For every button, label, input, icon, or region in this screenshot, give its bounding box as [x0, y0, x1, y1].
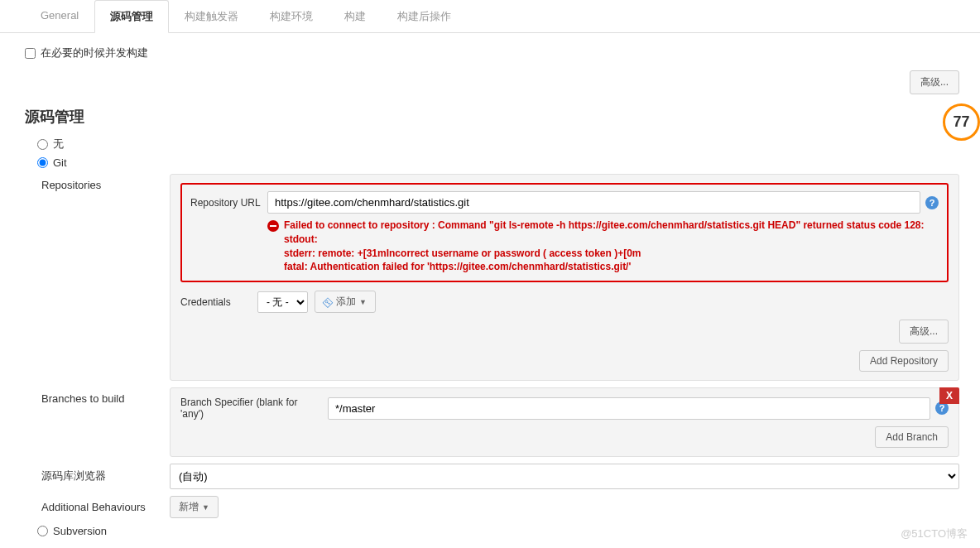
concurrent-build-checkbox[interactable] [25, 48, 36, 59]
scm-git-radio[interactable] [37, 157, 48, 168]
add-repository-button[interactable]: Add Repository [859, 350, 949, 372]
section-title-scm: 源码管理 [25, 107, 959, 127]
branches-panel: X Branch Specifier (blank for 'any') ? A… [170, 387, 959, 457]
help-icon[interactable]: ? [925, 196, 939, 209]
tab-general[interactable]: General [25, 0, 94, 32]
add-credentials-button[interactable]: ⚿ 添加 ▼ [315, 291, 376, 313]
chevron-down-icon: ▼ [359, 298, 367, 306]
key-icon: ⚿ [321, 296, 334, 309]
credentials-select[interactable]: - 无 - [257, 291, 308, 313]
repo-url-label: Repository URL [190, 197, 261, 209]
config-tabs: General 源码管理 构建触发器 构建环境 构建 构建后操作 [0, 0, 980, 33]
repositories-panel: Repository URL ? Failed to connect to re… [170, 174, 959, 381]
tab-scm[interactable]: 源码管理 [94, 0, 169, 33]
behaviours-label: Additional Behaviours [41, 496, 170, 513]
error-icon [267, 220, 279, 232]
repo-error-text: Failed to connect to repository : Comman… [284, 219, 925, 274]
tab-environment[interactable]: 构建环境 [254, 0, 329, 32]
score-badge: 77 [943, 103, 980, 141]
credentials-label: Credentials [180, 296, 251, 308]
watermark: @51CTO博客 [901, 526, 968, 541]
repo-advanced-button[interactable]: 高级... [899, 320, 949, 344]
add-branch-button[interactable]: Add Branch [875, 426, 949, 448]
repo-browser-select[interactable]: (自动) [170, 464, 959, 489]
scm-git-label: Git [53, 156, 67, 169]
repo-error-outline: Repository URL ? Failed to connect to re… [180, 183, 949, 282]
tab-postbuild[interactable]: 构建后操作 [382, 0, 467, 32]
repo-url-input[interactable] [267, 191, 920, 214]
scm-none-radio[interactable] [37, 139, 48, 150]
concurrent-build-label: 在必要的时候并发构建 [41, 46, 148, 60]
scm-none-label: 无 [53, 137, 64, 151]
close-icon[interactable]: X [939, 387, 959, 404]
scm-subversion-radio[interactable] [37, 526, 48, 536]
tab-build[interactable]: 构建 [329, 0, 382, 32]
content-area: 在必要的时候并发构建 高级... 源码管理 无 Git Repositories… [0, 33, 980, 548]
chevron-down-icon: ▼ [202, 503, 209, 512]
branches-label: Branches to build [41, 387, 170, 405]
repositories-label: Repositories [41, 174, 170, 191]
advanced-button[interactable]: 高级... [910, 70, 959, 94]
tab-triggers[interactable]: 构建触发器 [169, 0, 254, 32]
add-behaviour-button[interactable]: 新增 ▼ [170, 496, 219, 518]
scm-subversion-label: Subversion [53, 525, 107, 537]
branch-specifier-label: Branch Specifier (blank for 'any') [180, 397, 321, 420]
branch-specifier-input[interactable] [328, 397, 930, 420]
browser-label: 源码库浏览器 [41, 464, 170, 483]
